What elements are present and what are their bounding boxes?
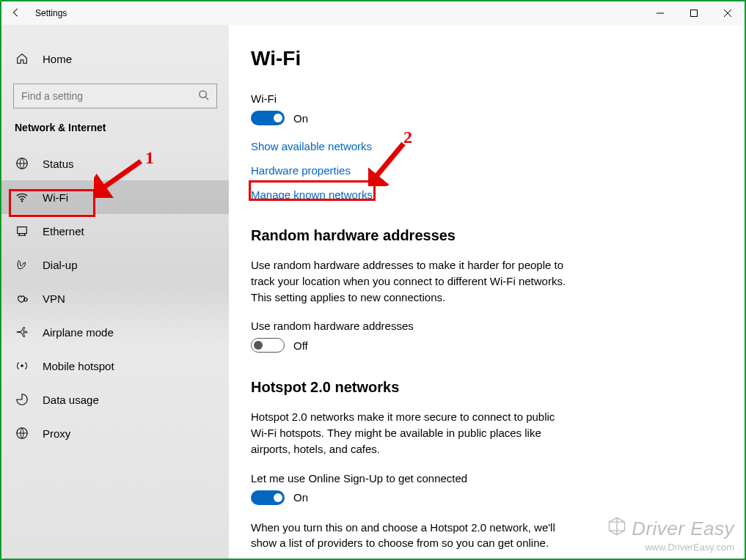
home-icon xyxy=(15,51,29,66)
watermark-url: www.DriverEasy.com xyxy=(607,542,734,553)
manage-known-networks-link[interactable]: Manage known networks xyxy=(251,188,708,201)
hardware-properties-link[interactable]: Hardware properties xyxy=(251,164,708,177)
close-button[interactable] xyxy=(711,1,745,25)
sidebar: Home Network & Internet StatusWi-FiEther… xyxy=(1,25,229,559)
watermark-logo-icon xyxy=(607,516,627,542)
home-button[interactable]: Home xyxy=(1,44,229,73)
sidebar-item-label: Proxy xyxy=(43,427,70,440)
ethernet-icon xyxy=(15,224,29,238)
datausage-icon xyxy=(15,392,29,407)
search-input[interactable] xyxy=(21,90,198,102)
sidebar-item-airplane[interactable]: Airplane mode xyxy=(1,315,229,349)
wifi-toggle-state: On xyxy=(293,112,308,125)
sidebar-item-label: Airplane mode xyxy=(43,326,114,339)
airplane-icon xyxy=(15,325,29,339)
content-pane: Wi-Fi Wi-Fi On Show available networks H… xyxy=(229,25,745,559)
sidebar-item-label: VPN xyxy=(43,292,65,305)
hotspot2-toggle-state: On xyxy=(293,491,308,504)
back-button[interactable] xyxy=(1,7,31,20)
svg-rect-4 xyxy=(18,227,27,234)
maximize-button[interactable] xyxy=(677,1,711,25)
wifi-toggle[interactable] xyxy=(251,111,285,125)
sidebar-item-status[interactable]: Status xyxy=(1,147,229,180)
sidebar-item-label: Dial-up xyxy=(43,259,78,271)
sidebar-item-label: Data usage xyxy=(43,394,99,406)
sidebar-item-hotspot[interactable]: Mobile hotspot xyxy=(1,349,229,383)
window-title: Settings xyxy=(31,8,67,18)
search-icon xyxy=(198,89,209,103)
sidebar-item-vpn[interactable]: VPN xyxy=(1,281,229,315)
sidebar-item-dialup[interactable]: Dial-up xyxy=(1,248,229,281)
minimize-button[interactable] xyxy=(643,1,677,25)
hotspot2-footer: When you turn this on and choose a Hotsp… xyxy=(251,520,574,552)
sidebar-item-label: Status xyxy=(43,158,74,170)
sidebar-item-label: Mobile hotspot xyxy=(43,360,114,372)
svg-point-6 xyxy=(21,364,23,367)
sidebar-item-datausage[interactable]: Data usage xyxy=(1,383,229,416)
hotspot2-toggle-label: Let me use Online Sign-Up to get connect… xyxy=(251,472,708,485)
search-box[interactable] xyxy=(13,84,217,108)
svg-point-3 xyxy=(21,200,23,202)
proxy-icon xyxy=(15,426,29,441)
page-title: Wi-Fi xyxy=(251,47,708,70)
watermark-brand: Driver Easy xyxy=(632,517,734,540)
show-available-networks-link[interactable]: Show available networks xyxy=(251,140,708,152)
random-hw-toggle[interactable] xyxy=(251,338,285,353)
random-hw-heading: Random hardware addresses xyxy=(251,227,708,244)
sidebar-item-label: Wi-Fi xyxy=(43,191,68,204)
sidebar-item-ethernet[interactable]: Ethernet xyxy=(1,214,229,248)
hotspot-icon xyxy=(15,358,29,373)
random-hw-toggle-state: Off xyxy=(293,339,308,352)
home-label: Home xyxy=(43,53,72,65)
sidebar-item-label: Ethernet xyxy=(43,225,84,237)
wifi-toggle-label: Wi-Fi xyxy=(251,92,708,105)
sidebar-item-proxy[interactable]: Proxy xyxy=(1,416,229,450)
svg-rect-0 xyxy=(691,10,698,17)
hotspot2-toggle[interactable] xyxy=(251,490,285,505)
hotspot2-description: Hotspot 2.0 networks make it more secure… xyxy=(251,409,574,457)
wifi-icon xyxy=(15,190,29,205)
random-hw-description: Use random hardware addresses to make it… xyxy=(251,257,574,305)
svg-point-1 xyxy=(200,90,206,97)
dialup-icon xyxy=(15,257,29,272)
status-icon xyxy=(15,156,29,171)
vpn-icon xyxy=(15,291,29,306)
hotspot2-heading: Hotspot 2.0 networks xyxy=(251,379,708,396)
watermark: Driver Easy www.DriverEasy.com xyxy=(607,516,734,553)
category-heading: Network & Internet xyxy=(1,122,229,147)
sidebar-item-wifi[interactable]: Wi-Fi xyxy=(1,180,229,214)
random-hw-toggle-label: Use random hardware addresses xyxy=(251,320,708,332)
title-bar: Settings xyxy=(1,1,745,25)
